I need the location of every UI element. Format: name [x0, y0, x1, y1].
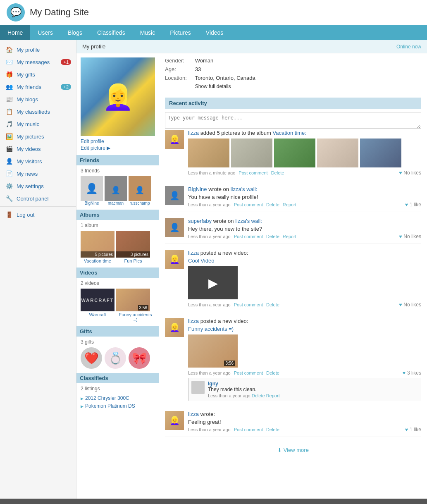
nav-classifieds[interactable]: Classifieds: [90, 25, 133, 40]
main-layout: 🏠 My profile ✉️ My messages +1 🎁 My gift…: [0, 40, 427, 499]
post-comment-5[interactable]: Post comment: [234, 370, 263, 375]
activity-avatar-2[interactable]: 👤: [165, 186, 184, 205]
activity-user-1[interactable]: lizza: [188, 130, 199, 136]
post-comment-2[interactable]: Post comment: [234, 202, 263, 207]
activity-meta-4: Less than a year ago Post comment Delete…: [188, 302, 421, 308]
post-comment-4[interactable]: Post comment: [234, 302, 263, 307]
sidebar-item-videos[interactable]: 🎬 My videos: [0, 143, 76, 155]
activity-user-5[interactable]: lizza: [188, 318, 199, 324]
activity-photos: 👱‍♀️ lizza added 5 pictures to the album…: [165, 130, 421, 180]
lizza-wall-link-3[interactable]: lizza's wall:: [235, 218, 262, 224]
video-2[interactable]: 3:56 Funny accidents =): [116, 289, 155, 322]
friends-icon: 👥: [5, 83, 13, 91]
nav-home[interactable]: Home: [0, 25, 30, 40]
sidebar-label-news: My news: [17, 171, 38, 177]
albums-section-header: Albums: [76, 210, 159, 220]
vacation-album-link[interactable]: Vacation time:: [273, 130, 306, 136]
activity-user-3[interactable]: superfaby: [188, 218, 212, 224]
album-2[interactable]: 3 pictures Fun Pics: [116, 231, 150, 263]
sidebar-item-blogs[interactable]: 📰 My blogs: [0, 93, 76, 105]
sidebar-item-news[interactable]: 📄 My news: [0, 167, 76, 180]
activity-user-6[interactable]: lizza: [188, 411, 199, 417]
lizza-wall-link-2[interactable]: lizza's wall:: [231, 186, 258, 192]
post-comment-1[interactable]: Post comment: [239, 170, 267, 175]
video-preview-cool[interactable]: ▶: [188, 266, 238, 299]
delete-1[interactable]: Delete: [271, 170, 284, 175]
video-1[interactable]: WARCRAFT Warcraft: [81, 289, 115, 322]
delete-2[interactable]: Delete: [266, 202, 279, 207]
friend-1[interactable]: 👤 BigNine: [81, 176, 103, 205]
activity-avatar-5[interactable]: 👱‍♀️: [165, 318, 184, 337]
activity-avatar-4[interactable]: 👱‍♀️: [165, 250, 184, 269]
strip-photo-4[interactable]: [317, 139, 358, 167]
like-count-5: ♥ 3 likes: [403, 370, 421, 376]
wall-message-3: Hey there, you new to the site?: [188, 226, 421, 232]
comment-delete-5[interactable]: Delete: [252, 393, 265, 398]
friend-2[interactable]: 👤 macman: [105, 176, 127, 205]
post-comment-3[interactable]: Post comment: [234, 234, 263, 239]
sidebar-label-music: My music: [17, 121, 39, 127]
post-comment-6[interactable]: Post comment: [234, 427, 263, 432]
info-labels: Gender: Age: Location:: [165, 57, 187, 92]
delete-6[interactable]: Delete: [266, 427, 279, 432]
friends-section-header: Friends: [76, 155, 159, 165]
sidebar-item-friends[interactable]: 👥 My friends +2: [0, 81, 76, 93]
activity-avatar-3[interactable]: 👤: [165, 218, 184, 237]
classifieds-section-header: Classifieds: [76, 373, 159, 383]
video-thumb-2: 3:56: [116, 289, 150, 311]
sidebar-item-gifts[interactable]: 🎁 My gifts: [0, 68, 76, 81]
report-3[interactable]: Report: [283, 234, 296, 239]
cool-video-link[interactable]: Cool Video: [188, 258, 421, 264]
sidebar-item-visitors[interactable]: 👤 My visitors: [0, 155, 76, 167]
classified-item-1[interactable]: 2012 Chrysler 300C: [81, 394, 155, 402]
delete-5[interactable]: Delete: [266, 370, 279, 375]
sidebar-item-messages[interactable]: ✉️ My messages +1: [0, 56, 76, 68]
activity-video-cool: 👱‍♀️ lizza posted a new video: Cool Vide…: [165, 250, 421, 312]
show-full-details[interactable]: Show full details: [195, 84, 255, 89]
strip-photo-3[interactable]: [274, 139, 315, 167]
message-input[interactable]: [165, 112, 421, 129]
main-nav: Home Users Blogs Classifieds Music Pictu…: [0, 25, 427, 40]
sidebar-item-myprofile[interactable]: 🏠 My profile: [0, 43, 76, 56]
classifieds-icon: 📋: [5, 107, 13, 116]
nav-videos[interactable]: Videos: [198, 25, 231, 40]
videos-count: 2 videos: [81, 280, 155, 286]
nav-music[interactable]: Music: [133, 25, 163, 40]
comment-user-5[interactable]: Igny: [208, 381, 280, 387]
sidebar-item-pictures[interactable]: 🖼️ My pictures: [0, 130, 76, 143]
sidebar-item-logout[interactable]: 🚪 Log out: [0, 208, 76, 221]
strip-photo-1[interactable]: [188, 139, 229, 167]
edit-profile-link[interactable]: Edit profile: [81, 139, 155, 144]
sidebar-item-classifieds[interactable]: 📋 My classifieds: [0, 105, 76, 118]
comment-report-5[interactable]: Report: [266, 393, 280, 398]
album-thumb-2: 3 pictures: [116, 231, 150, 258]
delete-3[interactable]: Delete: [266, 234, 279, 239]
nav-blogs[interactable]: Blogs: [60, 25, 90, 40]
album-1[interactable]: 5 pictures Vacation time: [81, 231, 115, 263]
classified-item-2[interactable]: Pokemon Platinum DS: [81, 402, 155, 410]
funny-video-link[interactable]: Funny accidents =): [188, 326, 421, 332]
edit-picture-link[interactable]: Edit picture ▶: [81, 145, 155, 151]
report-2[interactable]: Report: [283, 202, 296, 207]
activity-meta-2: Less than a year ago Post comment Delete…: [188, 202, 421, 208]
view-more-link[interactable]: ⬇ View more: [277, 447, 309, 453]
content-area: My profile Online now 👱‍♀️ Edit profile …: [76, 40, 427, 499]
friend-3[interactable]: 👤 russchamp: [129, 176, 151, 205]
nav-users[interactable]: Users: [30, 25, 60, 40]
video-preview-funny[interactable]: 3:56: [188, 334, 238, 368]
photo-strip-1: [188, 139, 421, 167]
sidebar-item-controlpanel[interactable]: 🔧 Control panel: [0, 192, 76, 205]
profile-content: 👱‍♀️ Edit profile Edit picture ▶ Friends…: [76, 53, 427, 461]
sidebar-item-music[interactable]: 🎵 My music: [0, 118, 76, 130]
strip-photo-5[interactable]: [360, 139, 401, 167]
activity-avatar-1[interactable]: 👱‍♀️: [165, 130, 184, 149]
strip-photo-2[interactable]: [231, 139, 272, 167]
activity-user-2[interactable]: BigNine: [188, 186, 207, 192]
delete-4[interactable]: Delete: [266, 302, 279, 307]
nav-pictures[interactable]: Pictures: [162, 25, 198, 40]
activity-avatar-6[interactable]: 👱‍♀️: [165, 411, 184, 430]
sidebar-label-blogs: My blogs: [17, 96, 38, 103]
sidebar-item-settings[interactable]: ⚙️ My settings: [0, 180, 76, 192]
activity-user-4[interactable]: lizza: [188, 250, 199, 256]
comment-avatar-5: [191, 381, 205, 394]
